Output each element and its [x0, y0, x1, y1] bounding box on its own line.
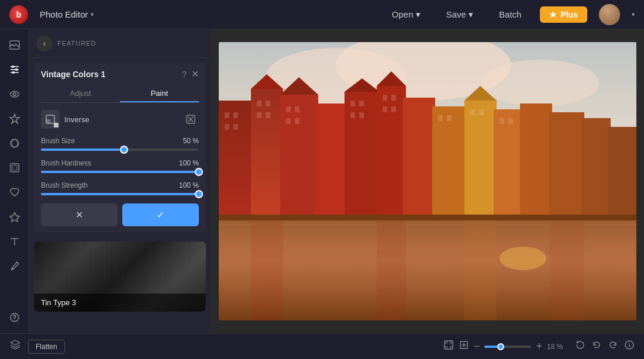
svg-point-5: [15, 68, 18, 71]
expand-button[interactable]: [459, 340, 469, 353]
bottom-actions: [575, 340, 635, 353]
svg-rect-83: [445, 341, 453, 349]
tab-adjust[interactable]: Adjust: [41, 85, 120, 102]
svg-point-4: [12, 65, 14, 68]
brush-hardness-label: Brush Hardness: [41, 159, 91, 167]
flatten-button[interactable]: Flatten: [28, 340, 65, 354]
avatar-arrow[interactable]: ▾: [632, 11, 635, 18]
svg-rect-12: [12, 165, 17, 170]
filter-title-row: Vintage Colors 1 ? ✕: [41, 68, 199, 80]
brush-hardness-fill: [41, 171, 199, 173]
zoom-out-button[interactable]: −: [474, 340, 480, 353]
svg-point-16: [14, 320, 15, 320]
svg-marker-13: [10, 213, 19, 222]
side-panel: ‹ FEATURED Vintage Colors 1 ? ✕ Adjust P…: [29, 29, 211, 333]
zoom-in-button[interactable]: +: [536, 340, 542, 353]
thumbnail-tin-type[interactable]: Tin Type 3: [34, 241, 206, 312]
topbar: b Photo Editor ▾ Open ▾ Save ▾ Batch ★ P…: [0, 0, 644, 29]
open-button[interactable]: Open ▾: [385, 7, 428, 22]
svg-point-6: [12, 71, 15, 74]
brush-hardness-slider-row: Brush Hardness 100 %: [41, 159, 199, 173]
icon-bar: [0, 29, 29, 333]
brush-strength-label: Brush Strength: [41, 181, 88, 189]
erase-button[interactable]: [182, 111, 199, 127]
app-title-arrow: ▾: [91, 11, 94, 18]
brush-strength-value: 100 %: [179, 181, 199, 189]
back-button[interactable]: ‹: [36, 35, 53, 51]
icon-bar-frame[interactable]: [4, 157, 26, 179]
bottom-bar: Flatten − + 18 %: [0, 333, 644, 359]
tab-paint[interactable]: Paint: [120, 85, 199, 102]
brush-size-value: 50 %: [183, 137, 199, 145]
thumbnail-label: Tin Type 3: [34, 294, 206, 312]
brush-strength-thumb[interactable]: [195, 190, 203, 198]
info-button[interactable]: [624, 340, 635, 353]
icon-bar-eye[interactable]: [4, 83, 26, 105]
plus-label: Plus: [560, 10, 578, 19]
zoom-slider-thumb[interactable]: [497, 343, 504, 350]
app-title-text: Photo Editor: [40, 9, 88, 19]
app-title-button[interactable]: Photo Editor ▾: [40, 9, 94, 19]
brush-hardness-track[interactable]: [41, 171, 199, 173]
filter-icons: ? ✕: [182, 68, 199, 80]
svg-point-86: [629, 343, 630, 344]
filter-title: Vintage Colors 1: [41, 70, 105, 79]
cancel-button[interactable]: ✕: [41, 203, 118, 226]
icon-bar-stamp[interactable]: [4, 206, 26, 228]
brush-hardness-value: 100 %: [179, 159, 199, 167]
brush-strength-track[interactable]: [41, 193, 199, 195]
zoom-controls: − + 18 %: [443, 340, 568, 353]
plus-button[interactable]: ★ Plus: [540, 6, 587, 23]
redo-button[interactable]: [608, 340, 618, 353]
layers-icon[interactable]: [9, 339, 21, 354]
fit-button[interactable]: [443, 340, 454, 353]
icon-bar-brush[interactable]: [4, 255, 26, 277]
zoom-slider-track[interactable]: [484, 346, 531, 348]
app-logo: b: [9, 5, 28, 24]
cursor-indicator: [54, 123, 58, 127]
filter-help-icon[interactable]: ?: [182, 70, 187, 79]
icon-bar-overlays[interactable]: [4, 132, 26, 154]
svg-rect-82: [219, 42, 636, 320]
inverse-row: Inverse: [41, 110, 199, 129]
icon-bar-effects[interactable]: [4, 108, 26, 130]
main-area: ‹ FEATURED Vintage Colors 1 ? ✕ Adjust P…: [0, 29, 644, 333]
filter-close-button[interactable]: ✕: [191, 68, 199, 80]
brush-size-slider-row: Brush Size 50 %: [41, 137, 199, 151]
icon-bar-heart[interactable]: [4, 181, 26, 203]
canvas-area[interactable]: [211, 29, 644, 333]
svg-rect-11: [11, 164, 19, 172]
icon-bar-sliders[interactable]: [4, 58, 26, 81]
avatar[interactable]: [599, 4, 620, 25]
brush-strength-slider-row: Brush Strength 100 %: [41, 181, 199, 195]
zoom-value: 18 %: [547, 343, 568, 351]
icon-bar-image[interactable]: [4, 34, 26, 56]
icon-bar-help[interactable]: [4, 306, 26, 329]
brush-size-track[interactable]: [41, 149, 199, 151]
icon-bar-text[interactable]: [4, 230, 26, 253]
brush-hardness-thumb[interactable]: [195, 168, 203, 176]
inverse-icon[interactable]: [41, 110, 60, 129]
canvas-image: [219, 42, 636, 320]
save-button[interactable]: Save ▾: [439, 7, 480, 22]
brush-size-label: Brush Size: [41, 137, 75, 145]
batch-button[interactable]: Batch: [492, 7, 528, 22]
cycle-button[interactable]: [575, 340, 586, 353]
panel-header: ‹ FEATURED: [29, 29, 211, 58]
plus-star-icon: ★: [549, 10, 557, 19]
brush-size-thumb[interactable]: [120, 146, 128, 154]
action-row: ✕ ✓: [41, 203, 199, 226]
svg-marker-9: [10, 114, 19, 123]
confirm-button[interactable]: ✓: [122, 203, 199, 226]
canvas-photo-svg: [219, 42, 636, 320]
featured-label: FEATURED: [57, 40, 96, 47]
filter-panel: Vintage Colors 1 ? ✕ Adjust Paint: [34, 63, 206, 232]
brush-size-fill: [41, 149, 120, 151]
brush-strength-fill: [41, 193, 199, 195]
svg-point-7: [11, 91, 19, 97]
inverse-label: Inverse: [64, 115, 178, 124]
tabs: Adjust Paint: [41, 85, 199, 103]
undo-button[interactable]: [591, 340, 602, 353]
svg-point-8: [13, 93, 16, 96]
avatar-image: [599, 4, 620, 25]
